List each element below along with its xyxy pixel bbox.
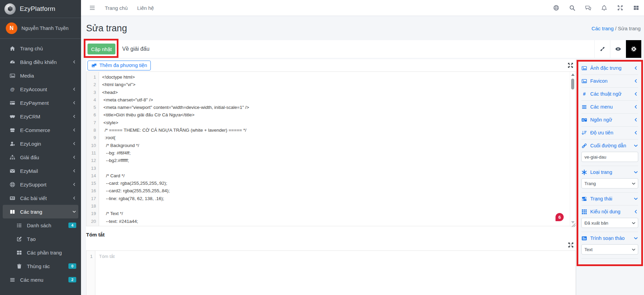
kieu-noi-dung-select[interactable]: Đã xuất bản [581,218,638,228]
app-root: EzyPlatform N Nguyễn Thanh Tuyền Trang c… [0,0,644,295]
sidebar: EzyPlatform N Nguyễn Thanh Tuyền Trang c… [0,0,81,295]
sidebar-item-trang-chu[interactable]: Trang chủ [0,42,81,55]
chevron-left-icon [72,169,76,173]
sidebar-item-tao[interactable]: Tạo [0,232,81,246]
trinh-soan-thao-select[interactable]: Text [581,244,638,255]
add-media-button[interactable]: Thêm đa phương tiện [87,61,151,70]
topbar-icons [543,5,639,11]
badge-danh-sach: 4 [68,223,76,228]
update-button[interactable]: Cập nhật [87,44,115,54]
sidebar-item-cac-trang[interactable]: Các trang [3,205,78,218]
sidebar-item-cac-bai-viet[interactable]: Các bài viết [0,191,81,205]
panel-header-cac-menu[interactable]: Các menu [581,103,638,111]
panel-header-ngon-ngu[interactable]: A*Ngôn ngữ [581,116,638,124]
panel-header-trinh-soan-thao[interactable]: Trình soạn thảo [581,234,638,242]
at-icon: @ [10,86,15,92]
toolbar: Cập nhật [86,40,641,58]
loai-trang-select[interactable]: Trang [581,178,638,189]
settings-panel-area: Ảnh đặc trưngFavicon#Các thuật ngữCác me… [576,59,644,295]
hamburger-icon[interactable] [89,5,95,11]
bell-icon [601,5,607,11]
expand-icon [617,5,623,11]
add-media-label: Thêm đa phương tiện [99,63,147,68]
panel-header-favicon[interactable]: Favicon [581,77,638,85]
chevron-left-icon [72,182,76,186]
newspaper-icon [10,195,15,201]
sidebar-item-ezyaccount[interactable]: @EzyAccount [0,82,81,96]
scroll-thumb[interactable] [571,79,574,89]
panel-header-kieu-noi-dung[interactable]: Kiểu nội dung [581,208,638,216]
user-panel[interactable]: N Nguyễn Thanh Tuyền [0,18,81,39]
comments-icon-button[interactable] [585,5,591,11]
sidebar-item-e-commerce[interactable]: E-Commerce [0,123,81,137]
sidebar-item-media[interactable]: Media [0,69,81,82]
sidebar-item-cac-menu[interactable]: Các menu2 [0,273,81,286]
summary-placeholder[interactable]: Tóm tắt [95,251,576,295]
globe-icon-button[interactable] [553,5,559,11]
chevron-left-icon [633,130,638,135]
chevron-left-icon [72,196,76,200]
panel-section-loai-trang: Loại trangTrang [581,166,638,193]
topbar-link-contact[interactable]: Liên hệ [137,5,154,11]
panel-header-do-uu-tien[interactable]: Độ ưu tiên [581,129,638,137]
bell-icon-button[interactable] [601,5,607,11]
chevron-left-icon [72,155,76,159]
cuoi-duong-dan-input[interactable] [581,152,638,162]
page-title-input[interactable] [122,40,594,58]
breadcrumb: Các trang / Sửa trang [592,26,641,31]
chevron-down-icon [633,236,638,241]
scroll-up-arrow-icon[interactable] [571,73,575,76]
sidebar-item-ezylogin[interactable]: EzyLogin [0,137,81,150]
breadcrumb-separator: / [615,26,616,31]
chevron-down-icon [633,143,638,148]
brand-link[interactable]: EzyPlatform [0,0,81,18]
chevron-left-icon [72,60,76,64]
panel-header-trang-thai[interactable]: Trạng thái [581,195,638,203]
avatar: N [6,22,17,34]
grid-icon-button[interactable] [633,5,639,11]
svg-text:#: # [583,91,586,97]
eye-icon-button[interactable] [610,40,626,58]
sidebar-item-ezysupport[interactable]: EzySupport [0,178,81,191]
sidebar-item-bang-dieu-khien[interactable]: Bảng điều khiển [0,55,81,69]
summary-editor[interactable]: 1 Tóm tắt [86,250,576,295]
chevron-left-icon [633,79,638,83]
code-content[interactable]: <!doctype html> <html lang="vi"> <head> … [99,72,570,226]
settings-panel: Ảnh đặc trưngFavicon#Các thuật ngữCác me… [581,62,638,259]
editor-scrollbar[interactable] [570,72,576,226]
breadcrumb-link[interactable]: Các trang [592,26,614,31]
search-icon [569,5,575,11]
grid9-icon [581,209,587,215]
user-name: Nguyễn Thanh Tuyền [21,26,68,31]
image-icon [581,65,587,71]
topbar-link-home[interactable]: Trang chủ [105,5,128,11]
sidebar-item-ezycrm[interactable]: EzyCRM [0,110,81,123]
sidebar-item-giai-dau[interactable]: Giải đấu [0,150,81,164]
panel-header-loai-trang[interactable]: Loại trang [581,168,638,176]
panel-header-anh-dac-trung[interactable]: Ảnh đặc trưng [581,64,638,72]
code-editor[interactable]: 1 2 3 4 5 6 7 8 9 10 11 12 13 14 15 16 1… [86,71,576,226]
summary-line-number: 1 [86,251,95,295]
panel-section-ngon-ngu: A*Ngôn ngữ [581,114,638,127]
sidebar-item-danh-sach[interactable]: Danh sách4 [0,218,81,232]
gear-icon-button[interactable] [626,40,641,58]
search-icon-button[interactable] [569,5,575,11]
chevron-down-icon [72,210,76,214]
panel-section-trang-thai: Trạng thái [581,193,638,206]
panel-header-cac-thuat-ngu[interactable]: #Các thuật ngữ [581,90,638,98]
unlink-icon-button[interactable] [594,40,610,58]
sitemap-icon [10,154,15,160]
panel-section-kieu-noi-dung: Kiểu nội dungĐã xuất bản [581,206,638,232]
fullscreen-icon[interactable] [568,242,574,248]
sidebar-item-ezymail[interactable]: EzyMail [0,164,81,178]
chevron-left-icon [633,66,638,70]
sidebar-item-cac-phan-trang[interactable]: Các phần trang [0,246,81,259]
badge-thung-rac: 0 [68,263,76,269]
resize-grip[interactable] [571,223,576,227]
sidebar-item-ezypayment[interactable]: EzyPayment [0,96,81,110]
fullscreen-icon[interactable] [567,62,574,68]
user-icon [10,141,15,147]
expand-icon-button[interactable] [617,5,623,11]
sidebar-item-thung-rac[interactable]: Thùng rác0 [0,259,81,273]
panel-header-cuoi-duong-dan[interactable]: Cuối đường dẫn [581,142,638,150]
